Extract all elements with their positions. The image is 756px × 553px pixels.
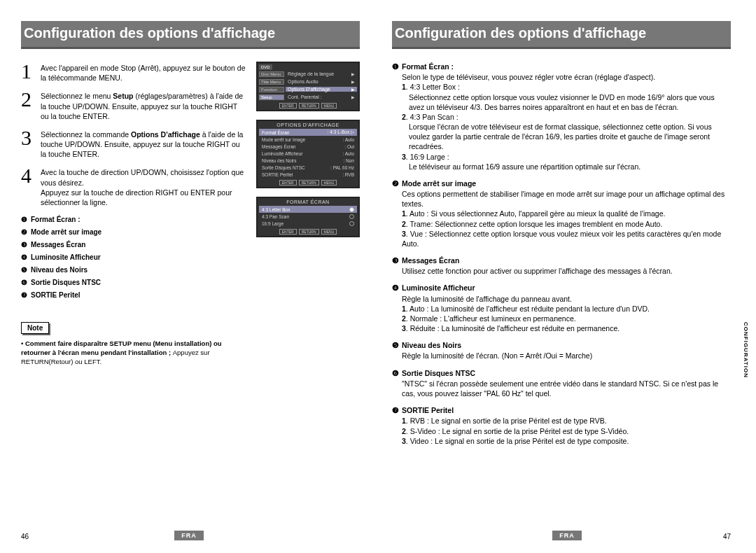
- quick-options-list: ❶Format Écran : ❷Mode arrêt sur image ❸M…: [21, 216, 246, 299]
- step-2: 2 Sélectionnez le menu Setup (réglages/p…: [21, 90, 246, 121]
- item-sortie-ntsc: ❻Sortie Disques NTSC "NTSC" si l'écran p…: [392, 368, 731, 399]
- step-body: Sélectionnez le menu Setup (réglages/par…: [41, 90, 246, 121]
- osd-setup-menu: DVD Disc MenuRéglage de la langue▶ Title…: [256, 62, 360, 111]
- page-right: Configuration des options d'affichage ❶F…: [378, 0, 756, 553]
- osd-display-options: OPTIONS D'AFFICHAGE Format Écran: 4:3 L-…: [256, 120, 360, 188]
- step-body: Avec la touche de direction UP/DOWN, cho…: [41, 166, 246, 207]
- item-messages-ecran: ❸Messages Écran Utilisez cette fonction …: [392, 255, 731, 276]
- quick-option-2: ❷Mode arrêt sur image: [21, 228, 246, 236]
- step-number: 4: [21, 166, 36, 207]
- step-number: 2: [21, 90, 36, 121]
- step-4: 4 Avec la touche de direction UP/DOWN, c…: [21, 166, 246, 207]
- lang-badge: FRA: [174, 531, 204, 540]
- step-body: Avec l'appareil en mode Stop (Arrêt), ap…: [41, 62, 246, 83]
- step-1: 1 Avec l'appareil en mode Stop (Arrêt), …: [21, 62, 246, 83]
- note-text: • Comment faire disparaître SETUP menu (…: [21, 340, 246, 366]
- section-tab: CONFIGURATION: [743, 322, 749, 378]
- banner-right: Configuration des options d'affichage: [392, 21, 731, 49]
- step-body: Sélectionnez la commande Options D'affic…: [41, 128, 246, 160]
- step-number: 1: [21, 62, 36, 83]
- step-number: 3: [21, 128, 36, 160]
- lang-badge: FRA: [552, 531, 582, 540]
- banner-left: Configuration des options d'affichage: [21, 21, 360, 49]
- page-spread: Configuration des options d'affichage 1 …: [0, 0, 756, 553]
- item-sortie-peritel: ❼SORTIE Peritel 1. RVB : Le signal en so…: [392, 405, 731, 446]
- quick-option-1: ❶Format Écran :: [21, 216, 246, 223]
- quick-option-6: ❻Sortie Disques NTSC: [21, 279, 246, 286]
- step-3: 3 Sélectionnez la commande Options D'aff…: [21, 128, 246, 160]
- note-box: Note: [21, 322, 49, 334]
- osd-figures: DVD Disc MenuRéglage de la langue▶ Title…: [256, 62, 360, 367]
- item-mode-arret: ❷Mode arrêt sur image Ces options permet…: [392, 178, 731, 248]
- item-format-ecran: ❶Format Écran : Selon le type de télévis…: [392, 62, 731, 172]
- quick-option-5: ❺Niveau des Noirs: [21, 266, 246, 274]
- quick-option-3: ❸Messages Écran: [21, 241, 246, 248]
- osd-screen-format: FORMAT ÉCRAN 4:3 Letter Box 4:3 Pan Scan…: [256, 197, 360, 237]
- quick-option-7: ❼SORTIE Peritel: [21, 291, 246, 299]
- page-left: Configuration des options d'affichage 1 …: [0, 0, 378, 553]
- quick-option-4: ❹Luminosite Afficheur: [21, 253, 246, 261]
- item-luminosite: ❹Luminosite Afficheur Règle la luminosit…: [392, 283, 731, 333]
- item-niveau-noirs: ❺Niveau des Noirs Règle la luminosité de…: [392, 340, 731, 360]
